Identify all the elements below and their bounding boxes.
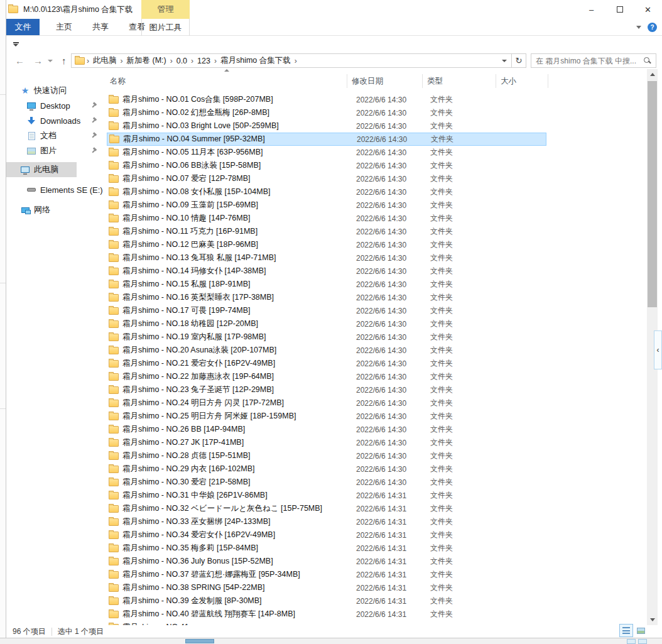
file-row[interactable]: 霜月shimo - NO.29 内衣 [16P-102MB] 2022/6/6 … [107,462,546,476]
file-type: 文件夹 [430,596,453,606]
folder-icon [109,518,119,526]
ribbon-expand-chevron-icon[interactable] [636,26,641,29]
file-row[interactable]: 霜月shimo - NO.38 SPRING [54P-22MB] 2022/6… [107,581,546,594]
file-row[interactable]: 霜月shimo - NO.25 明日方舟 阿米娅 [18P-159MB] 202… [107,410,546,423]
search-box[interactable] [531,53,656,68]
maximize-button[interactable] [605,0,634,19]
breadcrumb-item[interactable]: 新加卷 (M:) [125,55,168,66]
sidebar-item-picture[interactable]: 图片 [6,143,100,158]
file-row[interactable]: 霜月shimo - NO.02 幻想金瓶梅 [26P-8MB] 2022/6/6… [107,106,546,119]
file-row[interactable]: 霜月shimo - NO.20 Asuna泳装 [20P-107MB] 2022… [107,344,546,357]
file-row[interactable]: 霜月shimo - NO.26 BB [14P-94MB] 2022/6/6 1… [107,423,546,436]
help-icon[interactable]: ? [648,23,657,32]
file-row[interactable]: 霜月shimo - NO.17 可畏 [19P-74MB] 2022/6/6 1… [107,304,546,317]
file-row[interactable]: 霜月shimo - NO.30 爱宕 [21P-58MB] 2022/6/6 1… [107,476,546,489]
file-row[interactable]: 霜月shimo - NO.09 玉藻前 [15P-69MB] 2022/6/6 … [107,199,546,212]
ribbon-tab[interactable]: 主页 [46,19,82,35]
minimize-button[interactable]: – [577,0,605,19]
file-row[interactable]: 霜月shimo - NO.08 女仆私服 [15P-104MB] 2022/6/… [107,185,546,199]
qat-customize-icon[interactable] [12,42,19,46]
file-row[interactable]: 霜月shimo - NO.33 巫女捆绑 [24P-133MB] 2022/6/… [107,515,546,528]
file-name: 霜月shimo - NO.40 碧蓝航线 翔翔赛车 [14P-8MB] [122,609,295,619]
file-row[interactable]: 霜月shimo - NO.21 爱宕女仆 [16P2V-49MB] 2022/6… [107,357,546,370]
folder-icon [109,307,119,315]
scroll-down-icon[interactable] [647,614,658,625]
column-header[interactable]: 修改日期 [347,74,423,88]
forward-button[interactable]: → [33,55,43,66]
file-row[interactable]: 霜月shimo - NO.31 中华娘 [26P1V-86MB] 2022/6/… [107,489,546,502]
file-row[interactable]: 霜月shimo - NO.06 BB泳装 [15P-58MB] 2022/6/6… [107,159,546,172]
folder-icon [109,413,119,420]
file-row[interactable]: 霜月shimo - NO.13 兔耳狼 私服 [14P-71MB] 2022/6… [107,251,546,265]
file-row[interactable]: 霜月shimo - NO.37 碧蓝幻想·娜露梅亚 [95P-34MB] 202… [107,568,546,581]
file-row[interactable]: 霜月shimo - NO.07 爱宕 [12P-78MB] 2022/6/6 1… [107,172,546,185]
file-row[interactable]: 霜月shimo - NO.24 明日方舟 闪灵 [17P-72MB] 2022/… [107,396,546,410]
breadcrumb-item[interactable]: 霜月shimo 合集下载 [219,55,293,66]
pane-expander-button[interactable]: ‹ [654,330,662,369]
file-row[interactable]: 霜月shimo - NO.14 玛修女仆 [14P-38MB] 2022/6/6… [107,265,546,278]
file-row[interactable]: 霜月shimo - NO.34 爱宕女仆 [16P2V-49MB] 2022/6… [107,528,546,542]
sidebar-item-drive[interactable]: Elements SE (E:) [6,182,100,197]
address-bar[interactable]: › 此电脑› 新加卷 (M:)› 0.0› 123› 霜月shimo 合集下载›… [71,53,526,68]
up-button[interactable]: ↑ [62,55,67,66]
file-row[interactable]: 霜月shimo - NO.32 ベビードールと灰色ねこ [15P-75MB] 2… [107,502,546,515]
file-row[interactable]: 霜月shimo - NO.01 Cos合集 [598P-207MB] 2022/… [107,93,546,106]
file-row[interactable]: 霜月shimo - NO.23 兔子圣诞节 [12P-29MB] 2022/6/… [107,383,546,396]
file-row[interactable]: 霜月shimo - NO.05 11月本 [63P-956MB] 2022/6/… [107,146,546,159]
file-row[interactable]: 霜月shimo - NO.22 加藤惠泳衣 [19P-64MB] 2022/6/… [107,370,546,383]
sidebar-item-download[interactable]: Downloads [6,113,100,128]
breadcrumb-item[interactable]: 123 [195,57,212,65]
tab-picture-tools[interactable]: 图片工具 [141,19,190,36]
details-view-button[interactable] [619,624,633,637]
file-row[interactable]: 霜月shimo - NO.39 金发制服 [8P-30MB] 2022/6/6 … [107,594,546,608]
scroll-up-icon[interactable] [647,69,658,80]
column-header[interactable]: 大小 [496,74,548,88]
sidebar-item-document[interactable]: 文档 [6,128,100,143]
column-header[interactable]: 类型 [423,74,496,88]
folder-icon [109,386,119,394]
file-row[interactable]: 霜月shimo - NO.12 巴麻美 [18P-96MB] 2022/6/6 … [107,238,546,251]
file-row[interactable]: 霜月shimo - NO.16 英梨梨睡衣 [17P-38MB] 2022/6/… [107,291,546,304]
back-button[interactable]: ← [15,55,24,66]
file-row[interactable]: 霜月shimo - NO.18 幼稚园 [12P-20MB] 2022/6/6 … [107,317,546,330]
column-header[interactable]: 名称 [107,74,347,88]
file-row[interactable]: 霜月shimo - NO.36 July Bonus [15P-52MB] 20… [107,555,546,568]
file-row[interactable]: 霜月shimo - NO.41 [107,621,546,625]
breadcrumb-item[interactable]: 此电脑 [91,55,119,66]
sidebar-item-computer[interactable]: 此电脑 [6,162,77,177]
file-row[interactable]: 霜月shimo - NO.15 私服 [18P-91MB] 2022/6/6 1… [107,278,546,291]
file-type: 文件夹 [430,543,453,554]
file-row[interactable]: 霜月shimo - NO.19 室内私服 [17P-98MB] 2022/6/6… [107,330,546,344]
file-row[interactable]: 霜月shimo - NO.35 梅多莉 [15P-84MB] 2022/6/6 … [107,542,546,555]
file-name: 霜月shimo - NO.30 爱宕 [21P-58MB] [122,477,251,488]
folder-icon [109,162,119,170]
file-row[interactable]: 霜月shimo - NO.28 贞德 [15P-51MB] 2022/6/6 1… [107,449,546,462]
breadcrumb-separator: › [212,57,219,65]
breadcrumb-item[interactable]: 0.0 [175,57,189,65]
close-button[interactable]: ✕ [634,0,662,19]
history-chevron-icon[interactable] [48,60,53,62]
tab-file[interactable]: 文件 [6,19,40,35]
file-type: 文件夹 [430,437,453,448]
search-input[interactable] [531,57,643,65]
sidebar-item-desktop[interactable]: Desktop [6,98,100,113]
contextual-tab-manage[interactable]: 管理 [141,0,190,19]
file-row[interactable]: 霜月shimo - NO.04 Summer [95P-32MB] 2022/6… [107,133,546,146]
breadcrumb-separator: › [189,57,195,65]
thumbnails-view-button[interactable] [634,624,648,637]
file-row[interactable]: 霜月shimo - NO.10 情趣 [14P-76MB] 2022/6/6 1… [107,212,546,225]
refresh-button[interactable]: ↻ [511,54,526,67]
file-name: 霜月shimo - NO.20 Asuna泳装 [20P-107MB] [122,345,276,356]
breadcrumb-separator: › [293,57,299,65]
ribbon-tab[interactable]: 共享 [82,19,119,35]
file-row[interactable]: 霜月shimo - NO.40 碧蓝航线 翔翔赛车 [14P-8MB] 2022… [107,608,546,621]
file-row[interactable]: 霜月shimo - NO.11 巧克力 [16P-91MB] 2022/6/6 … [107,225,546,238]
address-dropdown-chevron-icon[interactable] [502,60,507,62]
file-row[interactable]: 霜月shimo - NO.03 Bright Love [50P-259MB] … [107,119,546,133]
sidebar-item-quick-access[interactable]: ★ 快速访问 [6,83,100,98]
background-window-bottom-edge [0,638,662,644]
scrollbar-thumb[interactable] [648,81,657,307]
sidebar-item-network[interactable]: 网络 [6,202,100,217]
file-date-modified: 2022/6/6 14:30 [356,346,406,355]
file-row[interactable]: 霜月shimo - NO.27 JK [17P-41MB] 2022/6/6 1… [107,436,546,449]
